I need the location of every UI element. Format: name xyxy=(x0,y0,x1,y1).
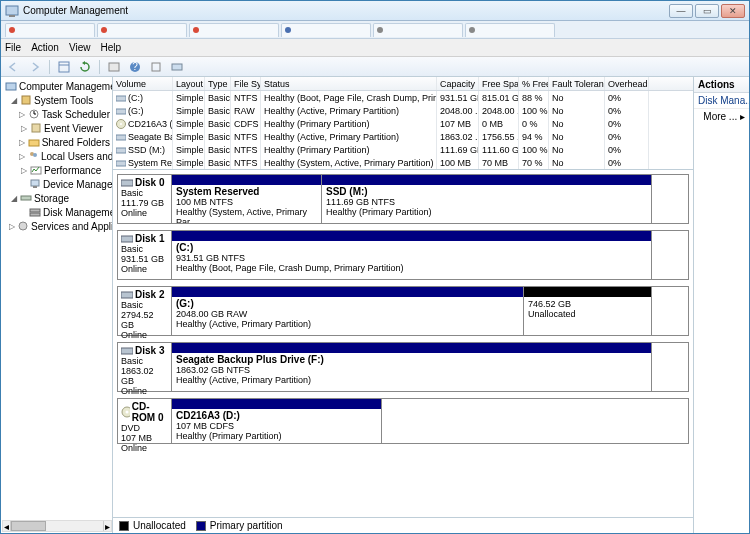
volume-row[interactable]: SSD (M:)SimpleBasicNTFSHealthy (Primary … xyxy=(113,143,693,156)
svg-rect-2 xyxy=(59,62,69,72)
tree-device-manager[interactable]: Device Manager xyxy=(1,177,112,191)
svg-rect-21 xyxy=(21,196,31,200)
tree-disk-management[interactable]: Disk Management xyxy=(1,205,112,219)
svg-point-37 xyxy=(126,411,129,414)
disk-partition[interactable]: (C:)931.51 GB NTFSHealthy (Boot, Page Fi… xyxy=(172,231,652,279)
toolbar-icon[interactable] xyxy=(168,59,186,75)
volume-table-header[interactable]: VolumeLayoutTypeFile SystemStatusCapacit… xyxy=(113,77,693,91)
forward-button[interactable] xyxy=(26,59,44,75)
svg-rect-30 xyxy=(116,148,126,153)
window-titlebar: Computer Management — ▭ ✕ xyxy=(1,1,749,21)
menu-view[interactable]: View xyxy=(69,42,91,53)
close-button[interactable]: ✕ xyxy=(721,4,745,18)
svg-rect-26 xyxy=(116,109,126,114)
svg-rect-22 xyxy=(30,209,40,212)
disk-label: CD-ROM 0DVD107 MBOnline xyxy=(118,399,172,443)
disk-label: Disk 2Basic2794.52 GBOnline xyxy=(118,287,172,335)
toolbar-icon[interactable] xyxy=(55,59,73,75)
maximize-button[interactable]: ▭ xyxy=(695,4,719,18)
disk-partition[interactable]: (G:)2048.00 GB RAWHealthy (Active, Prima… xyxy=(172,287,524,335)
tree-services[interactable]: ▷Services and Applications xyxy=(1,219,112,233)
toolbar: ? xyxy=(1,57,749,77)
minimize-button[interactable]: — xyxy=(669,4,693,18)
disk-partition[interactable]: System Reserved100 MB NTFSHealthy (Syste… xyxy=(172,175,322,223)
disk-label: Disk 0Basic111.79 GBOnline xyxy=(118,175,172,223)
svg-rect-35 xyxy=(121,348,133,354)
svg-rect-34 xyxy=(121,292,133,298)
volume-row[interactable]: (C:)SimpleBasicNTFSHealthy (Boot, Page F… xyxy=(113,91,693,104)
actions-header: Actions xyxy=(694,77,749,93)
tree-storage[interactable]: ◢Storage xyxy=(1,191,112,205)
svg-rect-25 xyxy=(116,96,126,101)
disk-row[interactable]: Disk 3Basic1863.02 GBOnlineSeagate Backu… xyxy=(117,342,689,392)
volume-row[interactable]: (G:)SimpleBasicRAWHealthy (Active, Prima… xyxy=(113,104,693,117)
legend: Unallocated Primary partition xyxy=(113,517,693,533)
legend-swatch-primary xyxy=(196,521,206,531)
disk-partition[interactable]: SSD (M:)111.69 GB NTFSHealthy (Primary P… xyxy=(322,175,652,223)
svg-point-24 xyxy=(19,222,27,230)
menu-action[interactable]: Action xyxy=(31,42,59,53)
volume-row[interactable]: Seagate Backu...SimpleBasicNTFSHealthy (… xyxy=(113,130,693,143)
menu-bar: File Action View Help xyxy=(1,39,749,57)
disk-partition[interactable]: CD216A3 (D:)107 MB CDFSHealthy (Primary … xyxy=(172,399,382,443)
tree-local-users[interactable]: ▷Local Users and Groups xyxy=(1,149,112,163)
toolbar-icon[interactable] xyxy=(105,59,123,75)
disk-partition[interactable]: Seagate Backup Plus Drive (F:)1863.02 GB… xyxy=(172,343,652,391)
background-tabs xyxy=(1,21,749,39)
legend-swatch-unallocated xyxy=(119,521,129,531)
svg-point-17 xyxy=(33,153,37,157)
svg-rect-14 xyxy=(32,124,40,132)
svg-rect-0 xyxy=(6,6,18,15)
chevron-right-icon: ▸ xyxy=(740,111,745,122)
svg-rect-4 xyxy=(109,63,119,71)
actions-disk-management[interactable]: Disk Mana...▴ xyxy=(694,93,749,109)
refresh-button[interactable] xyxy=(76,59,94,75)
svg-rect-31 xyxy=(116,161,126,166)
svg-rect-19 xyxy=(31,180,39,186)
app-icon xyxy=(5,4,19,18)
volume-table[interactable]: VolumeLayoutTypeFile SystemStatusCapacit… xyxy=(113,77,693,170)
svg-rect-29 xyxy=(116,135,126,140)
disk-row[interactable]: Disk 1Basic931.51 GBOnline(C:)931.51 GB … xyxy=(117,230,689,280)
svg-rect-10 xyxy=(22,96,30,104)
actions-pane: Actions Disk Mana...▴ More ... ▸ xyxy=(693,77,749,533)
tree-task-scheduler[interactable]: ▷Task Scheduler xyxy=(1,107,112,121)
disk-row[interactable]: Disk 2Basic2794.52 GBOnline(G:)2048.00 G… xyxy=(117,286,689,336)
toolbar-icon[interactable] xyxy=(147,59,165,75)
volume-row[interactable]: CD216A3 (D:)SimpleBasicCDFSHealthy (Prim… xyxy=(113,117,693,130)
svg-rect-15 xyxy=(29,140,39,146)
svg-text:?: ? xyxy=(132,61,138,72)
window-title: Computer Management xyxy=(23,5,669,16)
svg-rect-20 xyxy=(33,186,37,188)
help-button[interactable]: ? xyxy=(126,59,144,75)
tree-shared-folders[interactable]: ▷Shared Folders xyxy=(1,135,112,149)
disk-label: Disk 3Basic1863.02 GBOnline xyxy=(118,343,172,391)
disk-row[interactable]: Disk 0Basic111.79 GBOnlineSystem Reserve… xyxy=(117,174,689,224)
svg-rect-23 xyxy=(30,213,40,216)
svg-rect-8 xyxy=(172,64,182,70)
svg-rect-1 xyxy=(9,15,15,17)
disk-partition[interactable]: 746.52 GBUnallocated xyxy=(524,287,652,335)
svg-rect-9 xyxy=(6,83,16,90)
svg-point-28 xyxy=(120,123,122,125)
volume-row[interactable]: System ReservedSimpleBasicNTFSHealthy (S… xyxy=(113,156,693,169)
disk-label: Disk 1Basic931.51 GBOnline xyxy=(118,231,172,279)
back-button[interactable] xyxy=(5,59,23,75)
navigation-tree[interactable]: Computer Management (Local) ◢System Tool… xyxy=(1,77,113,533)
menu-file[interactable]: File xyxy=(5,42,21,53)
svg-rect-7 xyxy=(152,63,160,71)
disk-graphical-view[interactable]: Disk 0Basic111.79 GBOnlineSystem Reserve… xyxy=(113,170,693,517)
tree-root[interactable]: Computer Management (Local) xyxy=(1,79,112,93)
tree-scrollbar[interactable]: ◂▸ xyxy=(2,520,112,532)
svg-rect-33 xyxy=(121,236,133,242)
actions-more[interactable]: More ... ▸ xyxy=(694,109,749,124)
svg-rect-32 xyxy=(121,180,133,186)
tree-event-viewer[interactable]: ▷Event Viewer xyxy=(1,121,112,135)
tree-performance[interactable]: ▷Performance xyxy=(1,163,112,177)
disk-row[interactable]: CD-ROM 0DVD107 MBOnlineCD216A3 (D:)107 M… xyxy=(117,398,689,444)
tree-system-tools[interactable]: ◢System Tools xyxy=(1,93,112,107)
menu-help[interactable]: Help xyxy=(100,42,121,53)
